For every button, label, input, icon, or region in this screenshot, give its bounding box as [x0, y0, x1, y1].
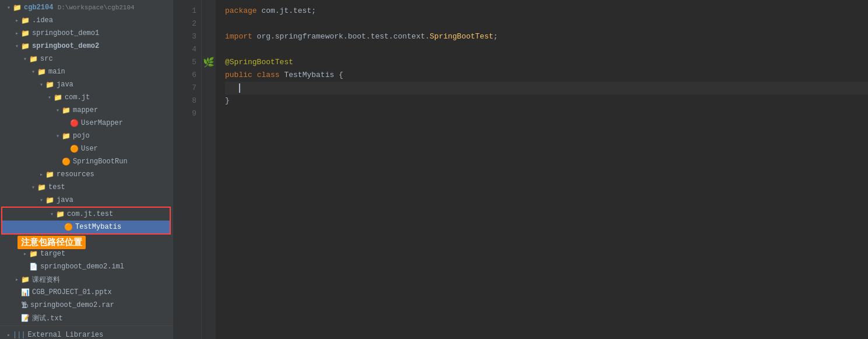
tree-label: java [57, 196, 173, 204]
keyword-package: package [225, 5, 257, 18]
tree-label: springboot_demo2.iml [40, 263, 173, 271]
tree-item-idea[interactable]: ▸ 📁 .idea [0, 14, 173, 27]
tree-item-src[interactable]: ▾ 📁 src [0, 53, 173, 65]
editor-panel: 1 2 3 4 5 6 7 8 9 🌿 [174, 0, 868, 339]
tree-label: springboot_demo2 [32, 42, 173, 50]
tree-label: 测试.txt [32, 313, 173, 323]
tree-item-springbootrun[interactable]: 🟠 SpringBootRun [0, 155, 173, 168]
tree-label: mapper [73, 106, 173, 114]
line-num-5: 5 [174, 56, 196, 69]
tree-item-usermapper[interactable]: 🔴 UserMapper [0, 117, 173, 130]
code-text: } [225, 95, 230, 107]
code-line-8: } [225, 95, 868, 107]
tree-label: springboot_demo2.rar [30, 301, 173, 309]
line-num-1: 1 [174, 5, 196, 18]
arrow-icon: ▸ [13, 30, 21, 37]
tree-item-target[interactable]: ▸ 📁 target [0, 247, 173, 260]
tree-item-txt[interactable]: 📝 测试.txt [0, 312, 173, 324]
tree-item-test[interactable]: ▾ 📁 test [0, 181, 173, 194]
arrow-icon: ▸ [5, 331, 13, 338]
folder-icon: 📁 [21, 275, 30, 284]
tree-item-rar[interactable]: 🗜 springboot_demo2.rar [0, 299, 173, 312]
tree-item-courses[interactable]: ▸ 📁 课程资料 [0, 273, 173, 286]
tree-item-pojo[interactable]: ▾ 📁 pojo [0, 130, 173, 142]
arrow-icon: ▸ [37, 171, 45, 178]
tree-item-java[interactable]: ▾ 📁 java [0, 78, 173, 91]
code-text: org.springframework.boot.test.context. [252, 30, 430, 43]
class-main-icon: 🟠 [62, 158, 71, 166]
code-text [252, 69, 257, 82]
arrow-icon: ▾ [29, 68, 37, 75]
code-line-1: package com.jt.test; [225, 5, 868, 18]
file-tree: ▾ 📁 cgb2104 D:\workspace\cgb2104 ▸ 📁 .id… [0, 0, 173, 326]
text-cursor [239, 83, 240, 93]
tree-label: .idea [32, 16, 173, 25]
arrow-icon: ▾ [54, 132, 62, 139]
arrow-icon: ▸ [13, 276, 21, 283]
tree-item-java-test[interactable]: ▾ 📁 java [0, 194, 173, 207]
tree-label: User [81, 145, 173, 153]
tree-label: com.jt.test [67, 210, 170, 218]
code-editor[interactable]: package com.jt.test; import org.springfr… [216, 0, 868, 339]
arrow-icon: ▾ [54, 107, 62, 114]
tree-item-mapper[interactable]: ▾ 📁 mapper [0, 104, 173, 117]
gutter-cell-1 [202, 5, 216, 18]
interface-icon: 🔴 [70, 119, 79, 128]
tree-item-demo2[interactable]: ▾ 📁 springboot_demo2 [0, 40, 173, 53]
tree-item-comjttest[interactable]: ▾ 📁 com.jt.test [2, 208, 170, 221]
code-text: com.jt.test; [257, 5, 316, 18]
gutter-cell-6 [202, 69, 216, 82]
tree-item-comjt[interactable]: ▾ 📁 com.jt [0, 91, 173, 104]
arrow-icon: ▾ [5, 4, 13, 11]
module-icon: 📁 [21, 42, 30, 51]
line-num-2: 2 [174, 18, 196, 30]
code-line-7[interactable] [225, 82, 868, 95]
tree-item-main[interactable]: ▾ 📁 main [0, 65, 173, 78]
package-icon: 📁 [56, 210, 65, 219]
keyword-public: public [225, 69, 252, 82]
tree-label: java [57, 81, 173, 89]
code-text: ; [493, 30, 498, 43]
tree-label: UserMapper [81, 119, 173, 127]
tree-label: External Libraries [28, 331, 173, 339]
line-num-9: 9 [174, 107, 196, 120]
java-src-icon: 📁 [45, 196, 54, 205]
arrow-icon: ▾ [21, 55, 29, 62]
keyword-class: class [257, 69, 280, 82]
tree-item-pptx[interactable]: 📊 CGB_PROJECT_01.pptx [0, 286, 173, 299]
line-num-6: 6 [174, 69, 196, 82]
arrow-icon: ▸ [21, 250, 29, 257]
tree-item-external-libs[interactable]: ▸ ||| External Libraries [0, 328, 173, 339]
folder-icon: 📁 [21, 16, 30, 25]
arrow-icon: ▾ [48, 211, 56, 218]
tree-label: src [40, 55, 173, 63]
tree-item-testmybatis[interactable]: 🟠 TestMybatis [2, 221, 170, 233]
gutter-cell-7 [202, 82, 216, 95]
class-ref-springboottest: SpringBootTest [430, 30, 493, 43]
tree-label: resources [57, 170, 173, 179]
folder-icon: 📁 [29, 250, 38, 258]
txt-icon: 📝 [21, 314, 30, 323]
sidebar-bottom-section: ▸ ||| External Libraries ✏ Scratches and… [0, 326, 173, 339]
tree-item-user[interactable]: 🟠 User [0, 142, 173, 155]
tree-item-resources[interactable]: ▸ 📁 resources [0, 168, 173, 181]
folder-icon: 📁 [37, 68, 46, 76]
code-line-9 [225, 107, 868, 120]
module-icon: 📁 [13, 4, 22, 12]
tree-label: springboot_demo1 [32, 29, 173, 37]
tree-label: com.jt [65, 93, 173, 102]
gutter-cell-5: 🌿 [202, 56, 216, 69]
tree-item-iml[interactable]: 📄 springboot_demo2.iml [0, 260, 173, 273]
run-gutter-icon[interactable]: 🌿 [203, 57, 215, 68]
tree-label: target [40, 250, 173, 258]
tree-item-demo1[interactable]: ▸ 📁 springboot_demo1 [0, 27, 173, 40]
line-num-8: 8 [174, 95, 196, 107]
class-icon: 🟠 [70, 145, 79, 153]
rar-icon: 🗜 [21, 301, 28, 310]
arrow-icon: ▾ [45, 94, 54, 101]
gutter-cell-3 [202, 30, 216, 43]
arrow-icon: ▾ [29, 184, 37, 191]
tree-item-cgb2104[interactable]: ▾ 📁 cgb2104 D:\workspace\cgb2104 [0, 1, 173, 14]
folder-icon: 📁 [37, 183, 46, 192]
arrow-icon: ▾ [37, 197, 45, 204]
